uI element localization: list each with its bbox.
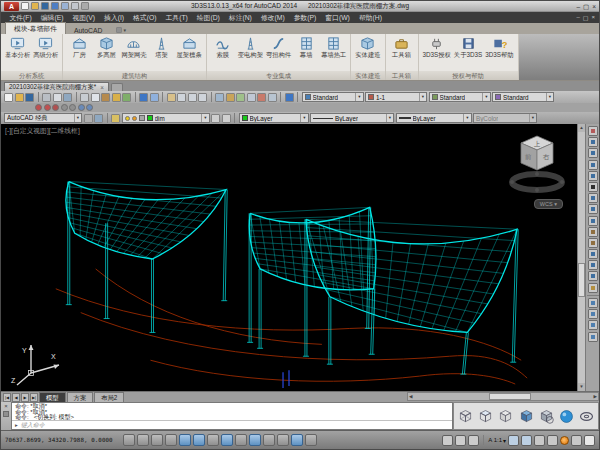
wireframe-canopy-model[interactable] — [1, 124, 577, 391]
small-tool-5-icon[interactable] — [69, 104, 76, 111]
visual-style-hidden-icon[interactable] — [497, 408, 514, 425]
menu-item-12[interactable]: 帮助(H) — [354, 12, 386, 23]
menu-item-5[interactable]: 格式(O) — [129, 12, 161, 23]
menu-item-9[interactable]: 修改(M) — [256, 12, 289, 23]
osnap-toggle[interactable] — [193, 434, 205, 446]
polar-toggle[interactable] — [179, 434, 191, 446]
command-input[interactable]: ▸ 键入命令 — [12, 420, 452, 429]
coordinates-readout[interactable]: 70637.8699, 34320.7988, 0.0000 — [5, 437, 121, 443]
minimize-icon[interactable]: – — [576, 2, 580, 11]
ribbon-button[interactable]: 幕墙 — [293, 36, 319, 60]
annotation-visibility-icon[interactable] — [508, 435, 519, 446]
redo-icon[interactable] — [61, 2, 69, 10]
properties-icon[interactable] — [215, 93, 224, 102]
visual-style-xray-icon[interactable] — [578, 408, 595, 425]
menu-item-10[interactable]: 参数(P) — [289, 12, 321, 23]
snap-toggle[interactable] — [137, 434, 149, 446]
status-menu-icon[interactable] — [571, 435, 582, 446]
transparency-toggle[interactable] — [277, 434, 289, 446]
copy-icon[interactable] — [588, 137, 598, 147]
autocad-logo-icon[interactable]: A — [4, 2, 19, 11]
ribbon-button[interactable]: 3D3S帮助 — [484, 36, 514, 60]
move-icon[interactable] — [588, 182, 598, 192]
infer-constraints-toggle[interactable] — [123, 434, 135, 446]
command-close-icon[interactable]: × — [4, 403, 8, 409]
layout-nav-3-icon[interactable]: ▶ — [21, 393, 29, 402]
workspace-combo[interactable]: AutoCAD 经典 ▾ — [4, 113, 82, 123]
ribbon-button[interactable]: 厂房 — [66, 36, 92, 60]
dyn-toggle[interactable] — [249, 434, 261, 446]
visual-style-shaded-icon[interactable] — [558, 408, 575, 425]
send-to-back-icon[interactable] — [588, 309, 598, 319]
new-drawing-tab-button[interactable] — [111, 83, 123, 91]
ribbon-button[interactable]: 3D3S授权 — [422, 36, 452, 60]
zoom-previous-icon[interactable] — [198, 93, 207, 102]
menu-item-7[interactable]: 绘图(D) — [192, 12, 224, 23]
block-editor-icon[interactable] — [122, 93, 131, 102]
layout-tab[interactable]: 模型 — [39, 392, 66, 402]
scale-icon[interactable] — [588, 204, 598, 214]
ribbon-state-toggle[interactable]: ▾ — [116, 27, 126, 34]
small-tool-4-icon[interactable] — [61, 104, 68, 111]
paste-icon[interactable] — [101, 93, 110, 102]
erase-icon[interactable] — [588, 126, 598, 136]
markup-set-manager-icon[interactable] — [257, 93, 266, 102]
zoom-window-icon[interactable] — [188, 93, 197, 102]
ducs-toggle[interactable] — [235, 434, 247, 446]
new-icon[interactable] — [4, 93, 13, 102]
close-icon[interactable]: × — [592, 2, 596, 11]
lineweight-toggle[interactable] — [263, 434, 275, 446]
rotate-icon[interactable] — [588, 193, 598, 203]
layout-nav-4-icon[interactable]: ▶| — [30, 393, 38, 402]
break-icon[interactable] — [588, 249, 598, 259]
ribbon-button[interactable]: 索膜 — [210, 36, 236, 60]
save-icon[interactable] — [41, 2, 49, 10]
grid-toggle[interactable] — [151, 434, 163, 446]
annotation-autoscale-icon[interactable] — [521, 435, 532, 446]
ribbon-button[interactable]: 关于3D3S — [453, 36, 483, 60]
selection-cycling-toggle[interactable] — [305, 434, 317, 446]
vertical-scrollbar[interactable]: ▲ ▼ — [577, 124, 585, 391]
doc-restore-icon[interactable]: ▢ — [583, 14, 589, 21]
plot-icon[interactable] — [71, 2, 79, 10]
workspace-save-icon[interactable] — [94, 114, 103, 123]
workspace-switching-icon[interactable] — [534, 435, 545, 446]
viewport-controls-label[interactable]: [-][自定义视图][二维线框] — [5, 126, 80, 136]
quick-calc-icon[interactable] — [268, 93, 277, 102]
scroll-track[interactable] — [578, 132, 585, 383]
trim-icon[interactable] — [588, 227, 598, 237]
annotation-scale-control[interactable]: A 1:1 ▾ — [488, 437, 506, 444]
file-tab-close-icon[interactable]: × — [100, 84, 104, 91]
quick-properties-toggle[interactable] — [291, 434, 303, 446]
multileader-style-combo[interactable]: Standard ▾ — [492, 92, 554, 102]
sheet-set-manager-icon[interactable] — [247, 93, 256, 102]
pan-icon[interactable] — [167, 93, 176, 102]
scroll-up-icon[interactable]: ▲ — [579, 124, 583, 132]
copy-clip-icon[interactable] — [91, 93, 100, 102]
layer-combo[interactable]: dim ▾ — [122, 113, 210, 123]
visual-style-wireframe-icon[interactable] — [477, 408, 494, 425]
scroll-down-icon[interactable]: ▼ — [579, 383, 583, 391]
small-tool-1-icon[interactable] — [35, 104, 42, 111]
qat-menu-icon[interactable] — [81, 2, 89, 10]
ribbon-button[interactable]: 弯扭构件 — [265, 36, 292, 60]
help-icon[interactable] — [285, 93, 294, 102]
layout-nav-2-icon[interactable]: ◀ — [12, 393, 20, 402]
small-tool-2-icon[interactable] — [44, 104, 51, 111]
send-under-objects-icon[interactable] — [588, 332, 598, 342]
plot-preview-icon[interactable] — [53, 93, 62, 102]
zoom-realtime-icon[interactable] — [177, 93, 186, 102]
publish-icon[interactable] — [63, 93, 72, 102]
ribbon-tab-inactive[interactable]: AutoCAD — [66, 26, 110, 34]
small-tool-3-icon[interactable] — [52, 104, 59, 111]
new-icon[interactable] — [21, 2, 29, 10]
viewcube[interactable]: 上 前 右 — [507, 130, 567, 198]
layer-lock-icon[interactable] — [139, 115, 145, 121]
plot-icon[interactable] — [42, 93, 51, 102]
maximize-icon[interactable]: ▢ — [583, 2, 589, 11]
explode-icon[interactable] — [588, 283, 598, 293]
tool-palettes-icon[interactable] — [236, 93, 245, 102]
toolbar-lock-icon[interactable] — [547, 435, 558, 446]
performance-tuner-icon[interactable] — [560, 436, 569, 445]
clean-screen-icon[interactable] — [584, 435, 595, 446]
